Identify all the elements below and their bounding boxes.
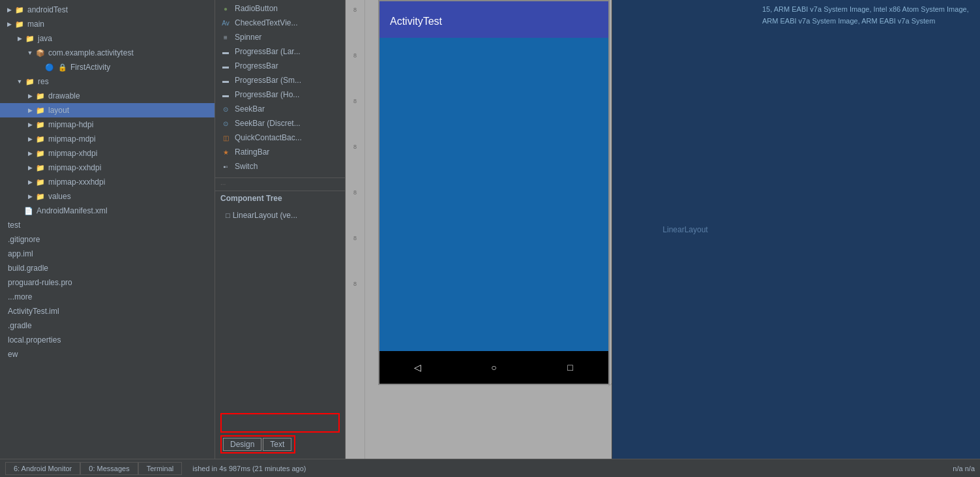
middle-panel: ● RadioButton Av CheckedTextVie... ≡ Spi… — [215, 0, 346, 459]
search-input[interactable] — [222, 414, 338, 431]
tree-item-gitignore[interactable]: .gitignore — [0, 232, 215, 247]
tree-item-res[interactable]: ▼ 📁 res — [0, 74, 215, 89]
recents-button[interactable]: □ — [564, 361, 577, 374]
expand-arrow: ▼ — [26, 49, 34, 57]
tree-item-proguard[interactable]: proguard-rules.pro — [0, 275, 215, 290]
widget-progressbar-small[interactable]: ▬ ProgressBar (Sm... — [215, 73, 345, 87]
widget-ratingbar[interactable]: ★ RatingBar — [215, 145, 345, 159]
folder-icon: 📁 — [25, 33, 35, 44]
right-info-panel: 15, ARM EABI v7a System Image, Intel x86… — [758, 0, 980, 459]
tree-item-more1[interactable]: ...more — [0, 290, 215, 304]
tree-label: values — [48, 192, 71, 201]
progressbar-large-icon: ▬ — [220, 46, 231, 57]
expand-arrow: ▶ — [16, 35, 23, 42]
switch-icon: ▪▫ — [220, 161, 231, 172]
expand-arrow: ▶ — [26, 178, 34, 186]
tree-item-activitytest-iml[interactable]: ActivityTest.iml — [0, 304, 215, 318]
text-tab-button[interactable]: Text — [263, 438, 291, 451]
component-label: LinearLayout (ve... — [233, 211, 297, 220]
tree-item-drawable[interactable]: ▶ 📁 drawable — [0, 89, 215, 103]
expand-arrow: ▶ — [26, 106, 34, 114]
tree-label: mipmap-xxxhdpi — [48, 177, 105, 187]
status-tabs: 6: Android Monitor 0: Messages Terminal — [5, 462, 182, 475]
component-tree-header: Component Tree — [215, 191, 345, 206]
widget-seekbar[interactable]: ⊙ SeekBar — [215, 102, 345, 116]
tree-item-mipmap-xxxhdpi[interactable]: ▶ 📁 mipmap-xxxhdpi — [0, 175, 215, 189]
widget-seekbar-discrete[interactable]: ⊙ SeekBar (Discret... — [215, 116, 345, 131]
tree-label: AndroidManifest.xml — [37, 206, 108, 215]
tree-label: app.iml — [8, 249, 33, 258]
folder-icon: 📁 — [14, 19, 25, 29]
tree-item-java[interactable]: ▶ 📁 java — [0, 31, 215, 46]
ruler-mark-6: 8 — [353, 281, 357, 287]
widget-quickcontact[interactable]: ◫ QuickContactBac... — [215, 131, 345, 145]
tree-item-test[interactable]: test — [0, 218, 215, 232]
widget-progressbar[interactable]: ▬ ProgressBar — [215, 59, 345, 73]
class-icon: 🔵 — [44, 62, 55, 72]
widget-label: QuickContactBac... — [235, 133, 302, 142]
widget-switch[interactable]: ▪▫ Switch — [215, 159, 345, 174]
tree-item-mipmap-mdpi[interactable]: ▶ 📁 mipmap-mdpi — [0, 132, 215, 146]
tree-label: androidTest — [27, 5, 68, 14]
widget-radiobutton[interactable]: ● RadioButton — [215, 1, 345, 16]
tree-item-ew[interactable]: ew — [0, 347, 215, 362]
tree-label: res — [38, 77, 49, 86]
progressbar-small-icon: ▬ — [220, 75, 231, 85]
blueprint-panel: LinearLayout — [612, 0, 758, 459]
widget-checkedtextview[interactable]: Av CheckedTextVie... — [215, 16, 345, 30]
tree-item-buildgradle[interactable]: build.gradle — [0, 261, 215, 275]
tree-item-firstactivity[interactable]: 🔵 🔒 FirstActivity — [0, 60, 215, 74]
ruler-mark-1: 8 — [353, 52, 357, 59]
device-content[interactable] — [379, 38, 608, 351]
expand-arrow: ▶ — [26, 135, 34, 143]
status-text: ished in 4s 987ms (21 minutes ago) — [192, 465, 306, 472]
folder-icon: 📁 — [35, 119, 46, 130]
device-app-header: ActivityTest — [379, 5, 608, 38]
folder-icon: 📁 — [35, 91, 46, 101]
tree-label: proguard-rules.pro — [8, 278, 72, 287]
tree-item-values[interactable]: ▶ 📁 values — [0, 189, 215, 204]
main-container: ▶ 📁 androidTest ▶ 📁 main ▶ 📁 java ▼ 📦 co… — [0, 0, 980, 459]
device-screen: ActivityTest ◁ ○ □ — [379, 1, 608, 384]
ruler-separator: ··· — [215, 177, 345, 191]
widget-progressbar-large[interactable]: ▬ ProgressBar (Lar... — [215, 44, 345, 59]
tree-item-iml[interactable]: app.iml — [0, 247, 215, 261]
ruler-mark-3: 8 — [353, 144, 357, 150]
tree-label: java — [38, 34, 52, 43]
tree-label: build.gradle — [8, 264, 48, 273]
component-tree-content: □ LinearLayout (ve... — [215, 206, 345, 284]
design-tab-button[interactable]: Design — [223, 438, 261, 451]
android-monitor-tab[interactable]: 6: Android Monitor — [5, 462, 80, 475]
tree-item-com-example[interactable]: ▼ 📦 com.example.activitytest — [0, 46, 215, 60]
tree-item-mipmap-xxhdpi[interactable]: ▶ 📁 mipmap-xxhdpi — [0, 161, 215, 175]
widget-list: ● RadioButton Av CheckedTextVie... ≡ Spi… — [215, 0, 345, 177]
tree-item-gradle[interactable]: .gradle — [0, 318, 215, 333]
terminal-tab[interactable]: Terminal — [138, 462, 183, 475]
tree-item-layout[interactable]: ▶ 📁 layout — [0, 103, 215, 117]
tree-item-mipmap-hdpi[interactable]: ▶ 📁 mipmap-hdpi — [0, 117, 215, 132]
messages-tab[interactable]: 0: Messages — [80, 462, 138, 475]
expand-arrow: ▶ — [26, 149, 34, 157]
widget-progressbar-horiz[interactable]: ▬ ProgressBar (Ho... — [215, 87, 345, 102]
tree-item-properties[interactable]: local.properties — [0, 333, 215, 347]
tree-item-androidtest[interactable]: ▶ 📁 androidTest — [0, 3, 215, 17]
tree-item-main[interactable]: ▶ 📁 main — [0, 17, 215, 31]
widget-spinner[interactable]: ≡ Spinner — [215, 30, 345, 44]
design-text-tab-container: Design Text — [220, 435, 295, 454]
home-button[interactable]: ○ — [488, 361, 501, 374]
tree-label: .gradle — [8, 321, 32, 330]
canvas-area: 8 8 8 8 8 8 8 ActivityTest — [346, 0, 758, 459]
widget-label: ProgressBar (Sm... — [235, 76, 301, 85]
back-button[interactable]: ◁ — [411, 361, 424, 374]
folder-icon: 📁 — [35, 162, 46, 173]
tree-label: FirstActivity — [70, 63, 110, 72]
tree-item-mipmap-xhdpi[interactable]: ▶ 📁 mipmap-xhdpi — [0, 146, 215, 161]
component-linearlayout[interactable]: □ LinearLayout (ve... — [215, 208, 345, 223]
seekbar-discrete-icon: ⊙ — [220, 118, 231, 129]
tree-item-androidmanifest[interactable]: 📄 AndroidManifest.xml — [0, 204, 215, 218]
status-right-text: n/a n/a — [953, 465, 975, 472]
activity-title: ActivityTest — [390, 16, 442, 27]
spinner-icon: ≡ — [220, 32, 231, 42]
ruler-mark-2: 8 — [353, 98, 357, 104]
folder-icon: 📁 — [14, 5, 25, 15]
